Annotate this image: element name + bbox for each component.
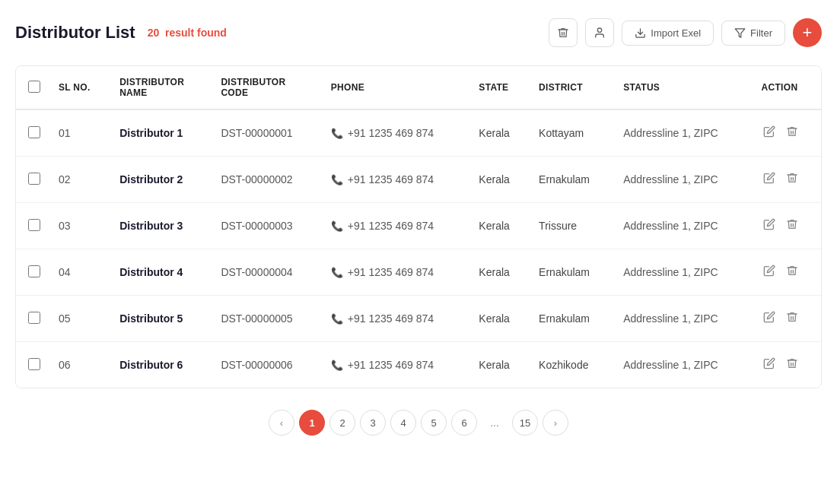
user-icon <box>594 27 606 39</box>
row-action-cell <box>753 249 821 296</box>
row-checkbox[interactable] <box>28 358 40 370</box>
col-state: STATE <box>469 66 530 109</box>
add-button[interactable]: + <box>793 18 822 47</box>
result-count-number: 20 <box>148 27 160 39</box>
row-checkbox-cell <box>16 249 49 296</box>
row-phone: 📞 +91 1235 469 874 <box>322 157 470 203</box>
row-sl: 03 <box>49 203 110 249</box>
col-district: DISTRICT <box>530 66 614 109</box>
filter-label: Filter <box>750 27 772 39</box>
filter-button[interactable]: Filter <box>721 21 785 46</box>
import-label: Import Exel <box>651 27 701 39</box>
row-status: Addressline 1, ZIPC <box>614 342 752 388</box>
row-state: Kerala <box>469 342 530 388</box>
phone-icon: 📞 <box>331 313 343 325</box>
col-checkbox <box>16 66 49 109</box>
col-code: DISTRIBUTORCODE <box>212 66 321 109</box>
row-name: Distributor 6 <box>110 342 212 388</box>
row-status: Addressline 1, ZIPC <box>614 157 752 203</box>
row-code: DST-00000006 <box>212 342 321 388</box>
page-1-button[interactable]: 1 <box>299 410 325 436</box>
filter-icon <box>734 27 746 39</box>
row-phone: 📞 +91 1235 469 874 <box>322 249 470 296</box>
delete-row-button[interactable] <box>784 309 800 328</box>
delete-row-button[interactable] <box>784 356 800 374</box>
prev-page-button[interactable]: ‹ <box>269 410 294 436</box>
row-checkbox-cell <box>16 157 49 203</box>
edit-button[interactable] <box>762 263 777 281</box>
row-sl: 04 <box>49 249 110 296</box>
row-status: Addressline 1, ZIPC <box>614 203 752 249</box>
phone-number: +91 1235 469 874 <box>348 359 434 371</box>
delete-row-button[interactable] <box>784 170 800 189</box>
page-15-button[interactable]: 15 <box>512 410 538 436</box>
result-count: 20 result found <box>148 27 227 39</box>
edit-button[interactable] <box>762 124 777 142</box>
delete-button[interactable] <box>549 18 578 47</box>
edit-button[interactable] <box>762 170 777 189</box>
result-count-label: result found <box>165 27 227 39</box>
svg-marker-2 <box>735 28 745 36</box>
row-checkbox-cell <box>16 296 49 342</box>
edit-button[interactable] <box>762 309 777 328</box>
row-district: Kottayam <box>530 109 614 157</box>
table-row: 04 Distributor 4 DST-00000004 📞 +91 1235… <box>16 249 821 296</box>
trash-row-icon <box>786 265 798 277</box>
header-left: Distributor List 20 result found <box>15 23 227 43</box>
select-all-checkbox[interactable] <box>28 81 40 93</box>
trash-icon <box>557 27 569 39</box>
user-button[interactable] <box>585 18 614 47</box>
edit-icon <box>763 265 775 277</box>
row-checkbox[interactable] <box>28 173 40 185</box>
edit-icon <box>763 125 775 138</box>
page-6-button[interactable]: 6 <box>451 410 477 436</box>
edit-icon <box>763 218 775 230</box>
row-district: Ernakulam <box>530 296 614 342</box>
row-phone: 📞 +91 1235 469 874 <box>322 342 470 388</box>
row-checkbox[interactable] <box>28 312 40 324</box>
col-status: STATUS <box>614 66 752 109</box>
page-title: Distributor List <box>15 23 135 43</box>
edit-icon <box>763 172 775 184</box>
row-status: Addressline 1, ZIPC <box>614 296 752 342</box>
row-sl: 05 <box>49 296 110 342</box>
page-4-button[interactable]: 4 <box>390 410 416 436</box>
row-action-cell <box>753 109 821 157</box>
row-name: Distributor 1 <box>110 109 212 157</box>
row-state: Kerala <box>469 203 530 249</box>
row-code: DST-00000001 <box>212 109 321 157</box>
row-name: Distributor 3 <box>110 203 212 249</box>
row-action-cell <box>753 157 821 203</box>
next-page-button[interactable]: › <box>543 410 568 436</box>
table-row: 03 Distributor 3 DST-00000003 📞 +91 1235… <box>16 203 821 249</box>
edit-icon <box>763 357 775 369</box>
page-2-button[interactable]: 2 <box>329 410 355 436</box>
trash-row-icon <box>786 311 798 323</box>
table-row: 06 Distributor 6 DST-00000006 📞 +91 1235… <box>16 342 821 388</box>
page-5-button[interactable]: 5 <box>421 410 447 436</box>
row-name: Distributor 4 <box>110 249 212 296</box>
delete-row-button[interactable] <box>784 263 800 281</box>
col-action: ACTION <box>753 66 821 109</box>
row-district: Kozhikode <box>530 342 614 388</box>
page-3-button[interactable]: 3 <box>360 410 386 436</box>
delete-row-button[interactable] <box>784 217 800 235</box>
row-checkbox[interactable] <box>28 126 40 138</box>
phone-icon: 📞 <box>331 174 343 185</box>
col-sl: SL NO. <box>49 66 110 109</box>
header-actions: Import Exel Filter + <box>549 18 822 47</box>
edit-button[interactable] <box>762 356 777 374</box>
row-action-cell <box>753 342 821 388</box>
row-checkbox[interactable] <box>28 265 40 277</box>
phone-icon: 📞 <box>331 220 343 232</box>
row-phone: 📞 +91 1235 469 874 <box>322 296 470 342</box>
edit-button[interactable] <box>762 217 777 235</box>
phone-icon: 📞 <box>331 128 343 139</box>
svg-point-0 <box>598 28 602 32</box>
delete-row-button[interactable] <box>784 124 800 142</box>
phone-number: +91 1235 469 874 <box>348 312 434 325</box>
import-button[interactable]: Import Exel <box>622 21 714 46</box>
phone-icon: 📞 <box>331 267 343 278</box>
row-checkbox[interactable] <box>28 219 40 231</box>
table-row: 02 Distributor 2 DST-00000002 📞 +91 1235… <box>16 157 821 203</box>
